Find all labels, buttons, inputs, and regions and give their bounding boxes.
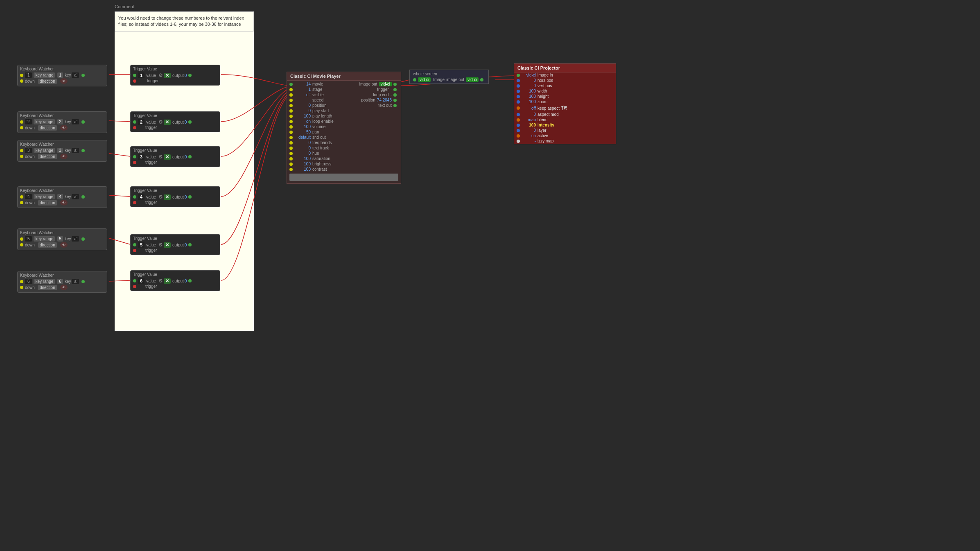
kw5-key-value: '5' bbox=[25, 236, 32, 242]
kw3-eye-icon: 👁 bbox=[60, 154, 68, 159]
mp-bright-dot bbox=[289, 163, 293, 166]
tv6-output-val: 0 bbox=[185, 279, 187, 283]
proj-row-layer: 0 layer bbox=[514, 128, 616, 133]
comment-text: You would need to change these numberes … bbox=[118, 16, 244, 27]
kw3-key-range: key range bbox=[34, 148, 55, 153]
proj-layer-dot bbox=[517, 129, 520, 132]
mp-row-visible: off visible loop end - bbox=[287, 92, 401, 97]
tv4-out-dot bbox=[188, 195, 192, 199]
tv6-title: Trigger Value bbox=[133, 272, 217, 277]
mp-playstart-name: play start bbox=[312, 108, 345, 113]
kw6-num: 6 bbox=[57, 279, 63, 284]
trigger-value-6[interactable]: Trigger Value 6 value ⚙ ✕ output 0 trigg… bbox=[130, 270, 220, 291]
tv3-title: Trigger Value bbox=[133, 148, 217, 153]
proj-vertpos-dot bbox=[517, 84, 520, 88]
tv2-cogwheel-icon: ⚙ bbox=[158, 119, 163, 125]
proj-row-intensity: 100 intensity bbox=[514, 122, 616, 128]
mp-row-brightness: 100 brightness bbox=[287, 161, 401, 167]
mp-bright-val: 100 bbox=[294, 162, 311, 166]
mp-sndout-val: default bbox=[294, 135, 311, 140]
trigger-value-4[interactable]: Trigger Value 4 value ⚙ ✕ output 0 trigg… bbox=[130, 186, 220, 207]
tv4-cogwheel-icon: ⚙ bbox=[158, 194, 163, 200]
ws-in-dot bbox=[413, 78, 416, 81]
tv2-x-button[interactable]: ✕ bbox=[164, 120, 171, 125]
mp-volume-dot bbox=[289, 125, 293, 129]
mp-row-texttrack: 0 text track bbox=[287, 145, 401, 151]
keyboard-watcher-5[interactable]: Keyboard Watcher '5' key range 5 key 'a'… bbox=[17, 228, 107, 250]
trigger-value-1[interactable]: Trigger Value 1 value ⚙ ✕ output 0 trigg… bbox=[130, 65, 220, 86]
tv3-x-button[interactable]: ✕ bbox=[164, 154, 171, 160]
kw4-key-dot bbox=[20, 195, 23, 199]
kw5-num: 5 bbox=[57, 236, 63, 242]
mp-playstart-dot bbox=[289, 109, 293, 113]
kw1-key-range: key range bbox=[34, 72, 55, 78]
tv6-trigger: trigger bbox=[145, 284, 157, 289]
ws-input-val: vid-ci bbox=[418, 77, 431, 82]
kw2-dir-dot bbox=[20, 126, 23, 129]
keyboard-watcher-6[interactable]: Keyboard Watcher '6' key range 6 key 'a'… bbox=[17, 271, 107, 293]
mp-visible-val: off bbox=[294, 93, 311, 97]
tv4-num: 4 bbox=[138, 194, 145, 200]
kw6-key-a: 'a' bbox=[72, 279, 79, 284]
keyboard-watcher-4[interactable]: Keyboard Watcher '4' key range 4 key 'a'… bbox=[17, 186, 107, 208]
comment-label: Comment bbox=[115, 4, 134, 9]
proj-izzymap-dot bbox=[517, 140, 520, 143]
mp-row-playstart: 0 play start bbox=[287, 108, 401, 113]
kw1-direction: direction bbox=[38, 79, 57, 84]
movie-player-node[interactable]: Classic CI Movie Player 14 movie image o… bbox=[287, 72, 401, 184]
tv4-output-val: 0 bbox=[185, 195, 187, 199]
trigger-value-5[interactable]: Trigger Value 5 value ⚙ ✕ output 0 trigg… bbox=[130, 234, 220, 255]
mp-loopend-dot bbox=[393, 93, 397, 97]
proj-izzymap-name: izzy map bbox=[537, 139, 553, 143]
tv5-x-button[interactable]: ✕ bbox=[164, 242, 171, 248]
mp-freqbands-val: 0 bbox=[294, 140, 311, 145]
proj-row-vertpos: 0 vert pos bbox=[514, 83, 616, 88]
mp-trigger-out-label: trigger bbox=[377, 87, 388, 92]
trigger-value-3[interactable]: Trigger Value 3 value ⚙ ✕ output 0 trigg… bbox=[130, 146, 220, 167]
tv4-x-button[interactable]: ✕ bbox=[164, 194, 171, 200]
kw1-out-dot bbox=[81, 74, 85, 77]
tv3-value-label: value bbox=[146, 155, 156, 159]
proj-aspectmod-val: 0 bbox=[522, 112, 536, 117]
kw1-key-label: key bbox=[65, 73, 71, 77]
proj-height-val: 100 bbox=[522, 94, 536, 99]
mp-row-position: 0 position text out bbox=[287, 103, 401, 108]
tv6-x-button[interactable]: ✕ bbox=[164, 278, 171, 284]
kw2-key-value: '2' bbox=[25, 119, 32, 124]
tv1-value-label: value bbox=[146, 73, 156, 78]
tv2-in-dot bbox=[133, 120, 136, 124]
tv6-output-label: output bbox=[172, 279, 184, 283]
kw4-key-value: '4' bbox=[25, 194, 32, 199]
mp-row-sndout: default snd out bbox=[287, 135, 401, 140]
kw4-out-dot bbox=[81, 195, 85, 199]
trigger-value-2[interactable]: Trigger Value 2 value ⚙ ✕ output 0 trigg… bbox=[130, 111, 220, 132]
kw6-key-range: key range bbox=[34, 279, 55, 284]
tv1-x-button[interactable]: ✕ bbox=[164, 73, 171, 78]
mp-movie-name: movie bbox=[312, 82, 345, 86]
proj-row-aspectmod: 0 aspect mod bbox=[514, 112, 616, 117]
mp-visible-name: visible bbox=[312, 93, 345, 97]
kw5-out-dot bbox=[81, 237, 85, 241]
keyboard-watcher-3[interactable]: Keyboard Watcher '3' key range 3 key 'a'… bbox=[17, 140, 107, 162]
kw2-num: 2 bbox=[57, 119, 63, 124]
proj-blend-val: map bbox=[522, 117, 536, 122]
mp-texttrack-name: text track bbox=[312, 146, 345, 150]
proj-row-zoom: 100 zoom bbox=[514, 99, 616, 104]
proj-keepaspect-name: keep aspect bbox=[537, 106, 560, 111]
kw4-key-label: key bbox=[65, 194, 71, 199]
keyboard-watcher-2[interactable]: Keyboard Watcher '2' key range 2 key 'a'… bbox=[17, 111, 107, 133]
comment-box: You would need to change these numberes … bbox=[115, 11, 254, 32]
keyboard-watcher-1[interactable]: Keyboard Watcher '1' key range 1 key 'a'… bbox=[17, 65, 107, 86]
whole-screen-node[interactable]: whole screen vid-ci Image image out vid-… bbox=[409, 70, 489, 84]
mp-pan-name: pan bbox=[312, 130, 345, 134]
mp-pan-val: 50 bbox=[294, 130, 311, 134]
mp-sndout-dot bbox=[289, 136, 293, 139]
mp-loopenable-name: loop enable bbox=[312, 119, 345, 124]
proj-horzpos-val: 0 bbox=[522, 78, 536, 83]
proj-vertpos-val: 0 bbox=[522, 84, 536, 88]
projector-node[interactable]: Classic CI Projector vid-ci image in 0 h… bbox=[514, 63, 616, 144]
tv3-in-dot bbox=[133, 155, 136, 158]
mp-stage-dot bbox=[289, 88, 293, 91]
proj-row-imagein: vid-ci image in bbox=[514, 72, 616, 78]
tv1-out-dot bbox=[188, 74, 192, 77]
